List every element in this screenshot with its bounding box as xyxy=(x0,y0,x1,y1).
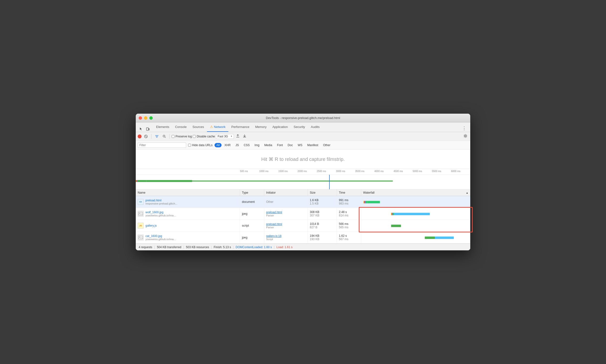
hide-data-urls-label[interactable]: Hide data URLs xyxy=(188,143,212,147)
svg-rect-20 xyxy=(138,212,143,215)
table-header: Name Type Initiator Size Time Waterfall … xyxy=(136,190,470,196)
tab-security[interactable]: Security xyxy=(291,122,308,132)
preserve-log-checkbox[interactable] xyxy=(172,135,174,138)
svg-rect-19 xyxy=(367,201,380,203)
network-toolbar: Preserve log Disable cache Fast 3G Slow … xyxy=(136,132,470,141)
search-button[interactable] xyxy=(161,134,168,139)
filter-tag-doc[interactable]: Doc xyxy=(286,143,295,147)
filter-tags: All XHR JS CSS Img Media Font Doc WS Man… xyxy=(214,143,332,147)
tab-console[interactable]: Console xyxy=(172,122,190,132)
export-button[interactable] xyxy=(242,133,248,139)
tab-elements[interactable]: Elements xyxy=(153,122,172,132)
ruler-label-1: 1000 ms xyxy=(259,170,278,174)
th-initiator[interactable]: Initiator xyxy=(264,190,308,196)
th-waterfall[interactable]: Waterfall ▲ xyxy=(361,190,470,196)
network-table[interactable]: Name Type Initiator Size Time Waterfall … xyxy=(136,190,470,244)
filter-icon-button[interactable] xyxy=(153,134,160,139)
filter-tag-ws[interactable]: WS xyxy=(296,143,304,147)
td-waterfall-1 xyxy=(361,208,470,220)
filter-input[interactable] xyxy=(138,143,186,148)
td-name-3: cat_1600.jpg yoavweiss.github.io/ima... xyxy=(136,232,240,243)
tab-application[interactable]: Application xyxy=(270,122,291,132)
timeline-ruler: 500 ms 1000 ms 1500 ms 2000 ms 2500 ms 3… xyxy=(136,169,470,175)
tab-audits[interactable]: Audits xyxy=(308,122,322,132)
svg-rect-0 xyxy=(146,128,148,130)
filter-tag-font[interactable]: Font xyxy=(275,143,285,147)
filename-3: cat_1600.jpg xyxy=(145,234,176,238)
tab-network[interactable]: ⚠ Network xyxy=(207,122,229,132)
tab-bar-right: ⋮ xyxy=(460,125,468,132)
domcontent-time: DOMContentLoaded: 1.60 s xyxy=(236,246,272,249)
svg-line-5 xyxy=(165,137,166,138)
td-time-2: 566 ms 565 ms xyxy=(337,220,361,232)
svg-rect-27 xyxy=(138,236,143,239)
disable-cache-checkbox[interactable] xyxy=(193,135,196,138)
filter-tag-img[interactable]: Img xyxy=(252,143,261,147)
status-bar: 4 requests | 504 KB transferred | 503 KB… xyxy=(136,244,470,250)
waterfall-svg-0 xyxy=(363,197,468,206)
maximize-button[interactable] xyxy=(149,116,153,120)
ruler-label-3: 2000 ms xyxy=(298,170,317,174)
filter-tag-other[interactable]: Other xyxy=(321,143,332,147)
svg-line-3 xyxy=(145,136,147,137)
separator-1: | xyxy=(154,246,155,249)
disable-cache-label[interactable]: Disable cache xyxy=(193,135,215,138)
timeline-svg xyxy=(136,175,470,189)
ruler-label-6: 3500 ms xyxy=(355,170,374,174)
clear-button[interactable] xyxy=(143,134,149,139)
initiator-link-2[interactable]: preload.html xyxy=(266,222,306,226)
th-name[interactable]: Name xyxy=(136,190,240,196)
initiator-link-3[interactable]: gallery.js:18 xyxy=(266,234,306,238)
transferred-size: 504 KB transferred xyxy=(157,246,181,249)
cursor-icon[interactable] xyxy=(138,126,145,132)
title-bar: DevTools - responsive-preload.glitch.me/… xyxy=(136,114,470,122)
import-button[interactable] xyxy=(235,133,241,139)
table-row[interactable]: JS gallery.js script preload.html Parser… xyxy=(136,220,470,232)
finish-time: Finish: 5.13 s xyxy=(214,246,231,249)
window-title: DevTools - responsive-preload.glitch.me/… xyxy=(266,116,340,120)
th-type[interactable]: Type xyxy=(240,190,264,196)
table-row[interactable]: <> preload.html responsive-preload.glitc… xyxy=(136,196,470,208)
filter-tag-all[interactable]: All xyxy=(214,143,222,147)
td-waterfall-3 xyxy=(361,232,470,243)
tab-performance[interactable]: Performance xyxy=(228,122,252,132)
minimize-button[interactable] xyxy=(144,116,147,120)
separator-5: | xyxy=(274,246,274,249)
ruler-label-4: 2500 ms xyxy=(317,170,336,174)
timeline-section: 500 ms 1000 ms 1500 ms 2000 ms 2500 ms 3… xyxy=(136,169,470,190)
filename-2: gallery.js xyxy=(145,224,157,227)
preserve-log-label[interactable]: Preserve log xyxy=(172,135,192,138)
filmstrip-area: Hit ⌘ R to reload and capture filmstrip. xyxy=(136,150,470,169)
th-time[interactable]: Time xyxy=(337,190,361,196)
td-time-3: 1.62 s 567 ms xyxy=(337,232,361,243)
throttle-select[interactable]: Fast 3G Slow 3G Online Offline xyxy=(216,134,234,139)
more-tabs-button[interactable]: ⋮ xyxy=(460,125,468,132)
timeline-bars xyxy=(136,175,470,189)
filter-tag-xhr[interactable]: XHR xyxy=(223,143,232,147)
warning-icon: ⚠ xyxy=(210,125,213,129)
tab-sources[interactable]: Sources xyxy=(190,122,207,132)
record-button[interactable] xyxy=(138,134,142,138)
th-size[interactable]: Size xyxy=(308,190,337,196)
filter-tag-media[interactable]: Media xyxy=(262,143,274,147)
fileurl-1: yoavweiss.github.io/ima... xyxy=(145,214,176,217)
td-size-1: 308 KB 307 KB xyxy=(308,208,337,220)
resources-size: 503 KB resources xyxy=(186,246,209,249)
td-name-0: <> preload.html responsive-preload.glitc… xyxy=(136,196,240,208)
initiator-link-1[interactable]: preload.html xyxy=(266,211,306,214)
ruler-label-0: 500 ms xyxy=(240,170,259,174)
filter-tag-js[interactable]: JS xyxy=(233,143,241,147)
requests-count: 4 requests xyxy=(139,246,152,249)
settings-button[interactable] xyxy=(462,133,468,139)
hide-data-urls-checkbox[interactable] xyxy=(188,144,191,147)
device-icon[interactable] xyxy=(145,126,151,132)
close-button[interactable] xyxy=(139,116,142,120)
table-row[interactable]: cat_1600.jpg yoavweiss.github.io/ima... … xyxy=(136,232,470,244)
file-icon-html: <> xyxy=(138,199,144,205)
tab-memory[interactable]: Memory xyxy=(252,122,270,132)
td-waterfall-0 xyxy=(361,196,470,208)
td-time-0: 991 ms 983 ms xyxy=(337,196,361,208)
filter-tag-css[interactable]: CSS xyxy=(242,143,252,147)
table-row[interactable]: wolf_1600.jpg yoavweiss.github.io/ima...… xyxy=(136,208,470,220)
filter-tag-manifest[interactable]: Manifest xyxy=(305,143,320,147)
